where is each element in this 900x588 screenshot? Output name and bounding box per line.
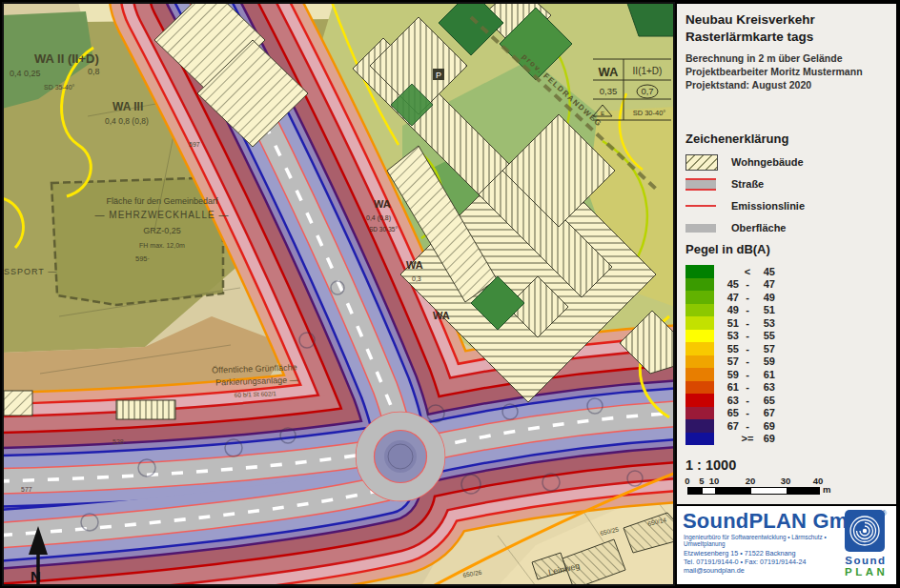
- db-swatch: [685, 381, 714, 395]
- wa-table-r2c1: 0,35: [600, 86, 618, 96]
- map-title-line1: Neubau Kreisverkehr: [685, 4, 896, 27]
- label-wa2: WA III: [112, 100, 143, 113]
- soundplan-logo: ® Sound PLAN: [845, 510, 889, 578]
- label-wa1-extra: 0,8: [88, 67, 100, 76]
- db-level-row: <45: [685, 265, 775, 278]
- legend-item-emissionslinie: Emissionslinie: [685, 197, 805, 214]
- subtitle-calculation: Berechnung in 2 m über Gelände: [685, 52, 896, 64]
- label-wa-s3: WA: [433, 310, 450, 321]
- label-wa-s2n: 0,3: [412, 275, 421, 282]
- legend-heading: Zeichenerklärung: [685, 132, 788, 146]
- legend-item-oberflaeche: Oberfläche: [685, 219, 786, 236]
- company-footer: SoundPLAN GmbH Ingenieurbüro für Softwar…: [677, 504, 896, 584]
- legend-label: Oberfläche: [731, 222, 786, 233]
- scale-bar: [687, 487, 820, 495]
- db-swatch: [685, 419, 714, 433]
- label-wa2-nums: 0,4 0,8 (0,8): [105, 116, 149, 126]
- wa-table-r3c2: SD 30-40°: [633, 109, 666, 117]
- label-fhmax: FH max. 12,0m: [139, 242, 185, 249]
- logo-text-plan: PLAN: [845, 566, 887, 578]
- label-mehrzweckhalle: — MEHRZWECKHALLE —: [95, 210, 230, 220]
- wa-table-r2c2: 0,7: [641, 86, 653, 96]
- legend-label: Straße: [731, 178, 764, 190]
- label-ssport: SSPORT —: [4, 267, 57, 276]
- address-line: Etzwiesenberg 15 • 71522 Backnang: [684, 549, 806, 558]
- label-528: 528·: [112, 438, 126, 445]
- label-wa-s1: WA: [374, 198, 391, 210]
- db-level-row: 57-59: [685, 355, 775, 369]
- info-panel: Neubau Kreisverkehr Rasterlärmkarte tags…: [675, 2, 898, 586]
- label-wa-s1n: 0,4 (0,8): [366, 214, 391, 222]
- legend-label: Emissionslinie: [731, 200, 805, 212]
- north-letter: N: [31, 568, 41, 584]
- noise-map: SSPORT — WA II (II+D) 0,4 0,25 0,8 SD 35…: [2, 2, 675, 586]
- db-swatch: [685, 394, 714, 407]
- db-swatch: [685, 407, 714, 420]
- label-wa-s2: WA: [406, 259, 423, 271]
- wohngebaeude-swatch-icon: [685, 154, 718, 171]
- company-address: Etzwiesenberg 15 • 71522 Backnang Tel. 0…: [684, 549, 806, 575]
- db-level-row: 61-63: [685, 381, 775, 395]
- label-grz: GRZ-0,25: [143, 226, 181, 235]
- phone-line: Tel. 07191/9144-0 • Fax: 07191/9144-24: [684, 558, 806, 566]
- map-title-line2: Rasterlärmkarte tags: [685, 30, 896, 44]
- label-wa-s1sd: SD 30-35°: [369, 226, 398, 233]
- oberflaeche-swatch-icon: [685, 224, 718, 233]
- parking-letter: P: [436, 71, 441, 80]
- scale-bar-ticks: 0 5 10 20 30 40: [687, 476, 830, 485]
- wa-table-r3c1: E: [601, 111, 604, 116]
- db-level-row: 45-47: [685, 278, 775, 292]
- db-level-row: >=69: [685, 433, 775, 446]
- label-577: 577: [21, 486, 32, 493]
- db-level-row: 55-57: [685, 342, 775, 355]
- label-wa1-sd: SD 35-40°: [44, 84, 75, 91]
- label-gemeinbedarf: Fläche für den Gemeinbedarf: [106, 196, 218, 206]
- scale-bar-unit: m: [823, 484, 830, 495]
- subtitle-editor: Projektbearbeiter Moritz Mustermann: [685, 66, 896, 77]
- db-swatch: [685, 330, 714, 343]
- parking-icon: P: [433, 69, 444, 80]
- db-swatch: [685, 265, 714, 278]
- db-swatch: [685, 342, 714, 355]
- soundplan-spiral-icon: [845, 510, 885, 552]
- strasse-swatch-icon: [685, 178, 718, 191]
- db-swatch: [685, 368, 714, 381]
- db-swatch: [685, 355, 714, 369]
- db-level-row: 59-61: [685, 368, 775, 381]
- db-color-scale: <45 45-47 47-49 49-51 51-53 53-55 55-57 …: [685, 265, 775, 445]
- db-level-row: 47-49: [685, 291, 775, 304]
- db-level-row: 63-65: [685, 394, 775, 407]
- map-scale-ratio: 1 : 1000: [685, 457, 736, 473]
- db-level-row: 49-51: [685, 304, 775, 317]
- logo-text-sound: Sound: [845, 555, 887, 566]
- label-597: 597: [189, 141, 200, 148]
- subtitle-status: Projektstand: August 2020: [685, 79, 896, 91]
- db-level-row: 65-67: [685, 407, 775, 420]
- legend-item-strasse: Straße: [685, 175, 764, 193]
- db-level-row: 51-53: [685, 316, 775, 330]
- company-tagline: Ingenieurbüro für Softwareentwicklung • …: [684, 534, 836, 547]
- db-level-row: 67-69: [685, 419, 775, 433]
- wa-table-r1c1: WA: [599, 65, 620, 79]
- email-line[interactable]: mail@soundplan.de: [684, 566, 806, 575]
- db-swatch: [685, 291, 714, 304]
- map-area: SSPORT — WA II (II+D) 0,4 0,25 0,8 SD 35…: [2, 2, 675, 586]
- roundabout: [357, 413, 445, 501]
- wa-table-r1c2: II(1+D): [633, 66, 663, 76]
- db-level-row: 53-55: [685, 330, 775, 343]
- db-swatch: [685, 316, 714, 330]
- label-wa1-nums: 0,4 0,25: [10, 69, 41, 78]
- registered-mark: ®: [882, 510, 887, 517]
- db-scale-heading: Pegel in dB(A): [685, 242, 770, 256]
- db-swatch: [685, 278, 714, 292]
- noise-map-document: SSPORT — WA II (II+D) 0,4 0,25 0,8 SD 35…: [0, 0, 900, 588]
- emissionslinie-swatch-icon: [685, 205, 718, 207]
- db-swatch: [685, 304, 714, 317]
- label-595: 595·: [135, 254, 150, 263]
- label-wa1: WA II (II+D): [34, 51, 99, 66]
- legend-item-wohngebaeude: Wohngebäude: [685, 153, 804, 171]
- db-swatch: [685, 433, 714, 446]
- legend-label: Wohngebäude: [731, 156, 804, 168]
